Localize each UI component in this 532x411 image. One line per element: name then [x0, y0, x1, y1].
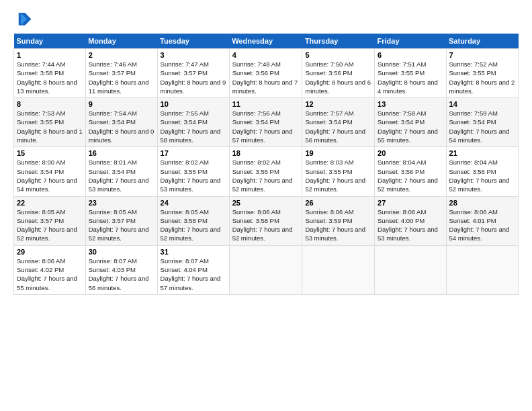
day-number: 24: [161, 199, 226, 207]
day-info: Sunrise: 8:02 AMSunset: 3:55 PMDaylight:…: [161, 158, 221, 193]
day-cell: 11 Sunrise: 7:56 AMSunset: 3:54 PMDaylig…: [229, 98, 302, 147]
day-cell: 29 Sunrise: 8:06 AMSunset: 4:02 PMDaylig…: [14, 245, 86, 294]
day-info: Sunrise: 8:07 AMSunset: 4:03 PMDaylight:…: [89, 257, 149, 291]
day-number: 9: [89, 100, 154, 108]
day-number: 23: [89, 199, 154, 207]
day-number: 26: [305, 199, 371, 207]
day-cell: 25 Sunrise: 8:06 AMSunset: 3:58 PMDaylig…: [229, 196, 302, 245]
logo-icon: [13, 11, 32, 30]
day-cell: 17 Sunrise: 8:02 AMSunset: 3:55 PMDaylig…: [157, 147, 229, 196]
day-number: 29: [17, 248, 83, 256]
day-number: 30: [89, 248, 154, 256]
header: [13, 11, 519, 30]
day-cell: [375, 245, 447, 294]
day-info: Sunrise: 7:55 AMSunset: 3:54 PMDaylight:…: [161, 109, 221, 144]
day-cell: 7 Sunrise: 7:52 AMSunset: 3:55 PMDayligh…: [446, 49, 518, 98]
header-day-wednesday: Wednesday: [229, 34, 302, 49]
day-cell: 18 Sunrise: 8:02 AMSunset: 3:55 PMDaylig…: [229, 147, 302, 196]
day-cell: 8 Sunrise: 7:53 AMSunset: 3:55 PMDayligh…: [14, 98, 86, 147]
week-row-1: 1 Sunrise: 7:44 AMSunset: 3:58 PMDayligh…: [14, 49, 519, 98]
day-number: 20: [378, 149, 443, 157]
day-info: Sunrise: 7:59 AMSunset: 3:54 PMDaylight:…: [449, 109, 510, 144]
day-number: 22: [17, 199, 83, 207]
day-number: 4: [232, 51, 300, 59]
day-number: 5: [305, 51, 371, 59]
day-info: Sunrise: 8:01 AMSunset: 3:54 PMDaylight:…: [89, 158, 149, 193]
day-number: 15: [17, 149, 83, 157]
day-cell: 28 Sunrise: 8:06 AMSunset: 4:01 PMDaylig…: [446, 196, 518, 245]
day-number: 2: [89, 51, 154, 59]
day-cell: 10 Sunrise: 7:55 AMSunset: 3:54 PMDaylig…: [157, 98, 229, 147]
day-info: Sunrise: 7:44 AMSunset: 3:58 PMDaylight:…: [17, 60, 77, 95]
day-info: Sunrise: 7:56 AMSunset: 3:54 PMDaylight:…: [232, 109, 293, 144]
day-number: 27: [378, 199, 443, 207]
day-info: Sunrise: 7:54 AMSunset: 3:54 PMDaylight:…: [89, 109, 154, 144]
day-info: Sunrise: 8:00 AMSunset: 3:54 PMDaylight:…: [17, 158, 77, 193]
day-number: 13: [378, 100, 443, 108]
day-info: Sunrise: 7:51 AMSunset: 3:55 PMDaylight:…: [378, 60, 438, 95]
day-info: Sunrise: 8:06 AMSunset: 4:00 PMDaylight:…: [378, 208, 438, 242]
day-cell: 12 Sunrise: 7:57 AMSunset: 3:54 PMDaylig…: [302, 98, 375, 147]
day-cell: 15 Sunrise: 8:00 AMSunset: 3:54 PMDaylig…: [14, 147, 86, 196]
day-cell: 9 Sunrise: 7:54 AMSunset: 3:54 PMDayligh…: [85, 98, 157, 147]
day-cell: 23 Sunrise: 8:05 AMSunset: 3:57 PMDaylig…: [85, 196, 157, 245]
day-info: Sunrise: 8:06 AMSunset: 3:58 PMDaylight:…: [232, 208, 293, 242]
day-info: Sunrise: 7:57 AMSunset: 3:54 PMDaylight:…: [305, 109, 365, 144]
page: SundayMondayTuesdayWednesdayThursdayFrid…: [0, 0, 532, 411]
day-number: 21: [449, 149, 515, 157]
day-cell: [446, 245, 518, 294]
day-number: 19: [305, 149, 371, 157]
day-number: 25: [232, 199, 300, 207]
day-number: 10: [161, 100, 226, 108]
day-cell: 21 Sunrise: 8:04 AMSunset: 3:56 PMDaylig…: [446, 147, 518, 196]
day-cell: 19 Sunrise: 8:03 AMSunset: 3:55 PMDaylig…: [302, 147, 375, 196]
day-info: Sunrise: 8:06 AMSunset: 3:59 PMDaylight:…: [305, 208, 365, 242]
day-info: Sunrise: 7:47 AMSunset: 3:57 PMDaylight:…: [161, 60, 226, 95]
day-cell: 31 Sunrise: 8:07 AMSunset: 4:04 PMDaylig…: [157, 245, 229, 294]
day-number: 12: [305, 100, 371, 108]
day-info: Sunrise: 7:46 AMSunset: 3:57 PMDaylight:…: [89, 60, 149, 95]
day-info: Sunrise: 8:06 AMSunset: 4:02 PMDaylight:…: [17, 257, 77, 291]
day-number: 3: [161, 51, 226, 59]
week-row-5: 29 Sunrise: 8:06 AMSunset: 4:02 PMDaylig…: [14, 245, 519, 294]
day-number: 16: [89, 149, 154, 157]
day-cell: 24 Sunrise: 8:05 AMSunset: 3:58 PMDaylig…: [157, 196, 229, 245]
day-cell: 1 Sunrise: 7:44 AMSunset: 3:58 PMDayligh…: [14, 49, 86, 98]
header-day-sunday: Sunday: [14, 34, 86, 49]
day-info: Sunrise: 8:05 AMSunset: 3:57 PMDaylight:…: [17, 208, 77, 242]
day-number: 1: [17, 51, 83, 59]
day-number: 8: [17, 100, 83, 108]
day-cell: 30 Sunrise: 8:07 AMSunset: 4:03 PMDaylig…: [85, 245, 157, 294]
week-row-3: 15 Sunrise: 8:00 AMSunset: 3:54 PMDaylig…: [14, 147, 519, 196]
day-cell: 20 Sunrise: 8:04 AMSunset: 3:56 PMDaylig…: [375, 147, 447, 196]
day-cell: 3 Sunrise: 7:47 AMSunset: 3:57 PMDayligh…: [157, 49, 229, 98]
header-day-monday: Monday: [85, 34, 157, 49]
day-cell: 13 Sunrise: 7:58 AMSunset: 3:54 PMDaylig…: [375, 98, 447, 147]
day-info: Sunrise: 8:05 AMSunset: 3:57 PMDaylight:…: [89, 208, 149, 242]
day-info: Sunrise: 7:48 AMSunset: 3:56 PMDaylight:…: [232, 60, 298, 95]
day-cell: [302, 245, 375, 294]
day-number: 18: [232, 149, 300, 157]
day-cell: 6 Sunrise: 7:51 AMSunset: 3:55 PMDayligh…: [375, 49, 447, 98]
header-day-saturday: Saturday: [446, 34, 518, 49]
day-info: Sunrise: 8:07 AMSunset: 4:04 PMDaylight:…: [161, 257, 221, 291]
week-row-4: 22 Sunrise: 8:05 AMSunset: 3:57 PMDaylig…: [14, 196, 519, 245]
day-info: Sunrise: 8:06 AMSunset: 4:01 PMDaylight:…: [449, 208, 510, 242]
day-number: 6: [378, 51, 443, 59]
day-cell: 16 Sunrise: 8:01 AMSunset: 3:54 PMDaylig…: [85, 147, 157, 196]
logo: [13, 11, 35, 30]
day-number: 7: [449, 51, 515, 59]
header-day-thursday: Thursday: [302, 34, 375, 49]
day-info: Sunrise: 8:05 AMSunset: 3:58 PMDaylight:…: [161, 208, 221, 242]
day-info: Sunrise: 7:53 AMSunset: 3:55 PMDaylight:…: [17, 109, 83, 144]
day-info: Sunrise: 8:04 AMSunset: 3:56 PMDaylight:…: [449, 158, 510, 193]
header-day-friday: Friday: [375, 34, 447, 49]
day-cell: 14 Sunrise: 7:59 AMSunset: 3:54 PMDaylig…: [446, 98, 518, 147]
day-cell: 5 Sunrise: 7:50 AMSunset: 3:56 PMDayligh…: [302, 49, 375, 98]
header-row: SundayMondayTuesdayWednesdayThursdayFrid…: [14, 34, 519, 49]
day-number: 17: [161, 149, 226, 157]
day-cell: 4 Sunrise: 7:48 AMSunset: 3:56 PMDayligh…: [229, 49, 302, 98]
day-info: Sunrise: 7:58 AMSunset: 3:54 PMDaylight:…: [378, 109, 438, 144]
day-info: Sunrise: 8:03 AMSunset: 3:55 PMDaylight:…: [305, 158, 365, 193]
day-info: Sunrise: 8:02 AMSunset: 3:55 PMDaylight:…: [232, 158, 293, 193]
